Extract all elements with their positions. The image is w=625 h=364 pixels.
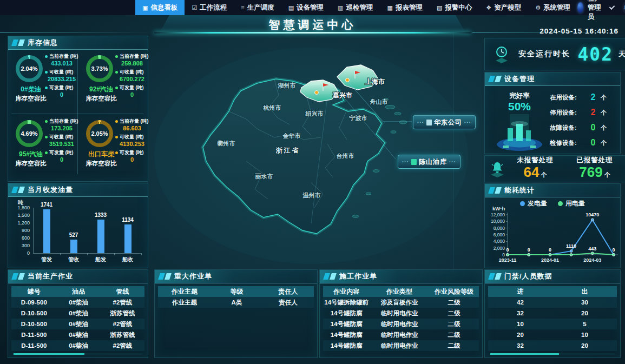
stat-label: 当前存量 (吨) bbox=[49, 53, 78, 60]
inventory-stat: 可收量 (吨)6700.272 bbox=[115, 69, 147, 82]
stat-label-row: 可发量 (吨) bbox=[45, 84, 76, 91]
bar bbox=[43, 209, 50, 253]
stat-label-row: 当前存量 (吨) bbox=[45, 53, 76, 60]
avatar[interactable] bbox=[577, 2, 583, 13]
stat-label: 可发量 (吨) bbox=[120, 149, 144, 156]
stat-value: 0 bbox=[115, 91, 147, 98]
nav-item-inspection-mgmt[interactable]: ▥巡检管理 bbox=[331, 0, 380, 15]
inventory-stats: 当前存量 (吨)259.808可收量 (吨)6700.272可发量 (吨)0 bbox=[115, 53, 147, 100]
notification-bell-button[interactable] bbox=[622, 2, 625, 14]
y-axis-line bbox=[33, 208, 34, 253]
nav-item-report-mgmt[interactable]: ▦报表管理 bbox=[380, 0, 430, 15]
map-callout-chenshan[interactable]: ···陈山油库··· bbox=[398, 155, 460, 169]
safety-runtime-card: 安全运行时长 402 天 bbox=[484, 38, 625, 70]
alarm-unhandled-value: 64 bbox=[524, 164, 540, 180]
datetime: 2024-05-15 16:40:16 bbox=[540, 27, 619, 35]
device-stat-label: 停用设备: bbox=[550, 109, 585, 117]
device-stat-row: 停用设备:2个 bbox=[550, 107, 617, 118]
table-row: D-09-5000#柴油#2管线 bbox=[11, 297, 144, 308]
table-row: 14号罐防腐临时用电作业二级 bbox=[323, 308, 479, 319]
dots-decoration: ··· bbox=[449, 159, 456, 165]
construction-jobs-table: 作业内容作业类型作业风险等级14号罐拆除罐前涉及盲板作业二级14号罐防腐临时用电… bbox=[320, 286, 482, 351]
major-jobs-panel-title: 重大作业单 bbox=[174, 272, 212, 280]
inventory-donut: 4.69% bbox=[16, 120, 43, 147]
table-rows: D-09-5000#柴油#2管线D-10-5000#柴油浙苏管线D-10-500… bbox=[11, 297, 144, 351]
map-callout-huadong[interactable]: ···华东公司··· bbox=[413, 115, 476, 129]
data-point-label: 443 bbox=[588, 246, 596, 252]
nav-item-system-mgmt[interactable]: ⚙系统管理 bbox=[528, 0, 577, 15]
site-marker-icon[interactable] bbox=[346, 78, 350, 82]
table-cell: 浙苏管线 bbox=[101, 329, 144, 340]
callout-label: 陈山油库 bbox=[419, 157, 447, 167]
stat-bullet-icon bbox=[115, 87, 118, 89]
nav-item-info-board[interactable]: ▣信息看板 bbox=[135, 0, 185, 15]
inventory-stat: 当前存量 (吨)259.808 bbox=[115, 53, 147, 67]
stat-value: 259.808 bbox=[115, 60, 147, 67]
nav-item-alarm-center[interactable]: ▧报警中心 bbox=[430, 0, 479, 15]
horizontal-scrollbar[interactable] bbox=[490, 353, 615, 355]
table-cell: 临时用电作业 bbox=[370, 319, 429, 329]
scrollbar-thumb[interactable] bbox=[490, 353, 559, 355]
energy-legend: 发电量用电量 bbox=[485, 198, 620, 208]
column-header: 油品 bbox=[57, 286, 101, 297]
access-data-panel: 门禁/人员数据 进出4230322010520103220 bbox=[484, 269, 621, 358]
column-header: 作业风险等级 bbox=[429, 286, 479, 297]
device-stat-unit: 个 bbox=[601, 109, 607, 117]
nav-item-label: 工作流程 bbox=[200, 3, 227, 12]
user-name[interactable]: 租户管理员 bbox=[588, 0, 606, 22]
production-dispatch-icon: ≡ bbox=[241, 4, 244, 11]
map-city-label: 宁波市 bbox=[349, 115, 367, 121]
y-axis-tick-label: 300 bbox=[9, 243, 30, 248]
production-jobs-table: 罐号油品管线D-09-5000#柴油#2管线D-10-5000#柴油浙苏管线D-… bbox=[8, 286, 148, 351]
inventory-percent: 3.73% bbox=[86, 55, 113, 82]
clock-icon bbox=[492, 45, 511, 63]
table-cell: 二级 bbox=[429, 329, 479, 340]
inventory-stat: 可发量 (吨)0 bbox=[115, 149, 147, 163]
table-cell: 32 bbox=[488, 308, 552, 319]
scrollbar-thumb[interactable] bbox=[14, 353, 84, 355]
stat-label-row: 可收量 (吨) bbox=[115, 69, 147, 76]
nav-item-production-dispatch[interactable]: ≡生产调度 bbox=[234, 0, 281, 15]
stat-label: 可收量 (吨) bbox=[120, 134, 144, 141]
table-cell: 42 bbox=[488, 297, 552, 308]
nav-item-asset-model[interactable]: ❖资产模型 bbox=[479, 0, 528, 15]
asset-model-icon: ❖ bbox=[486, 4, 491, 11]
stat-value: 0 bbox=[45, 156, 76, 163]
data-point bbox=[591, 252, 594, 255]
construction-jobs-panel: 施工作业单 作业内容作业类型作业风险等级14号罐拆除罐前涉及盲板作业二级14号罐… bbox=[319, 269, 483, 358]
table-cell: 临时用电作业 bbox=[370, 308, 429, 319]
horizontal-scrollbar[interactable] bbox=[14, 353, 142, 355]
table-cell: #2管线 bbox=[101, 297, 144, 308]
table-cell: 14号罐防腐 bbox=[323, 340, 370, 351]
nav-item-workflow[interactable]: ☑工作流程 bbox=[185, 0, 234, 15]
stat-value: 6700.272 bbox=[115, 76, 147, 82]
x-axis-tick bbox=[87, 253, 88, 255]
major-jobs-table: 作业主题等级责任人作业主题A类责任人 bbox=[155, 286, 317, 308]
inventory-donut: 2.05% bbox=[86, 120, 113, 147]
chevron-down-icon[interactable] bbox=[609, 4, 614, 9]
page-title: 智慧调运中心 bbox=[0, 17, 625, 32]
device-mgmt-panel-header: 设备管理 bbox=[485, 72, 620, 86]
table-header-row: 罐号油品管线 bbox=[11, 286, 144, 297]
monthly-volume-bar-chart: 吨 03006009001,2001,5001,8001741管发527管收13… bbox=[8, 197, 148, 266]
stat-label-row: 可收量 (吨) bbox=[45, 69, 76, 76]
stat-label: 可收量 (吨) bbox=[49, 69, 74, 76]
site-marker-icon[interactable] bbox=[315, 91, 319, 95]
y-axis-tick-label: 1,200 bbox=[9, 220, 30, 226]
table-cell: 临时用电作业 bbox=[370, 329, 429, 340]
nav-item-label: 巡检管理 bbox=[346, 3, 373, 12]
stat-label: 当前存量 (吨) bbox=[49, 118, 78, 125]
data-point bbox=[570, 254, 573, 256]
alarm-handled-value: 769 bbox=[579, 164, 602, 180]
device-mgmt-icon: ▤ bbox=[288, 4, 294, 11]
legend-item[interactable]: 用电量 bbox=[558, 199, 585, 208]
y-axis-tick-label: 600 bbox=[9, 235, 30, 241]
inventory-stats: 当前存量 (吨)433.013可收量 (吨)20833.215可发量 (吨)0 bbox=[45, 53, 76, 100]
legend-item[interactable]: 发电量 bbox=[520, 199, 547, 208]
inventory-stats: 当前存量 (吨)86.603可收量 (吨)4130.253可发量 (吨)0 bbox=[115, 118, 147, 165]
stat-value: 0 bbox=[45, 91, 76, 98]
nav-item-device-mgmt[interactable]: ▤设备管理 bbox=[281, 0, 331, 15]
table-row: 4230 bbox=[488, 297, 617, 308]
data-point-label: 0 bbox=[528, 247, 530, 253]
table-row: 3220 bbox=[488, 340, 617, 351]
